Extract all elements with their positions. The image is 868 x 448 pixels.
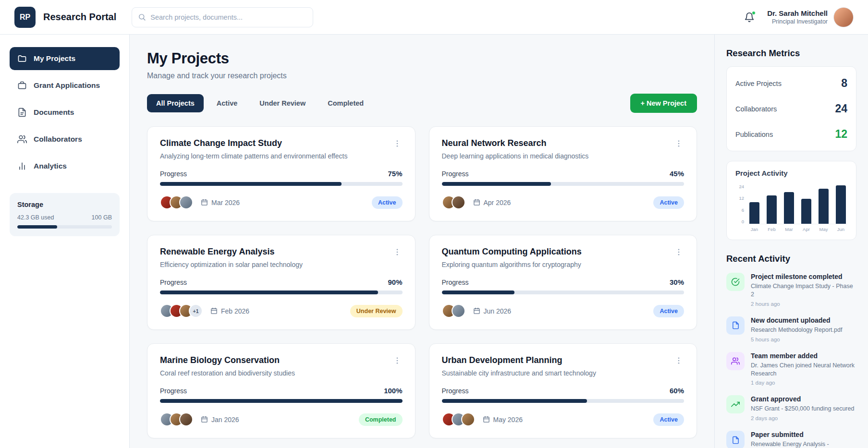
project-description: Coral reef restoration and biodiversity … xyxy=(160,369,403,377)
progress-fill xyxy=(160,399,403,403)
progress-bar xyxy=(160,399,403,403)
extra-members-badge: +1 xyxy=(189,304,203,318)
status-badge: Active xyxy=(653,196,684,209)
sidebar-item-documents[interactable]: Documents xyxy=(10,101,120,124)
page-title: My Projects xyxy=(147,50,697,67)
project-menu-button[interactable] xyxy=(392,355,403,366)
project-card: Climate Change Impact Study Analyzing lo… xyxy=(147,126,416,221)
activity-item: New document uploaded Research Methodolo… xyxy=(726,316,856,342)
check-circle-icon xyxy=(726,273,745,291)
activity-item-title: New document uploaded xyxy=(751,316,842,324)
project-description: Exploring quantum algorithms for cryptog… xyxy=(442,261,685,268)
project-date: Apr 2026 xyxy=(473,199,511,206)
chart-x-label: May xyxy=(817,227,830,232)
new-project-button[interactable]: + New Project xyxy=(630,94,697,113)
activity-item-description: Renewable Energy Analysis - xyxy=(751,440,829,448)
activity-chart: 241260 JanFebMarAprMayJun xyxy=(735,184,847,232)
project-menu-button[interactable] xyxy=(673,138,684,149)
progress-value: 45% xyxy=(670,170,684,178)
progress-fill xyxy=(160,291,378,294)
project-description: Deep learning applications in medical di… xyxy=(442,152,685,160)
activity-item-description: Research Methodology Report.pdf xyxy=(751,326,842,334)
project-date: Jan 2026 xyxy=(201,416,239,424)
chart-bar xyxy=(817,184,830,224)
chart-bars xyxy=(748,184,847,224)
chart-x-label: Mar xyxy=(782,227,795,232)
project-date: Mar 2026 xyxy=(201,199,240,206)
project-menu-button[interactable] xyxy=(392,247,403,257)
search-box[interactable] xyxy=(132,7,313,27)
chart-x-label: Jun xyxy=(834,227,847,232)
project-card: Neural Network Research Deep learning ap… xyxy=(429,126,697,221)
sidebar-item-collaborators[interactable]: Collaborators xyxy=(10,128,120,151)
chart-x-labels: JanFebMarAprMayJun xyxy=(748,227,847,232)
activity-item-title: Grant approved xyxy=(751,395,854,403)
sidebar-item-analytics[interactable]: Analytics xyxy=(10,155,120,178)
user-menu[interactable]: Dr. Sarah Mitchell Principal Investigato… xyxy=(767,7,854,27)
activity-item-title: Paper submitted xyxy=(751,431,829,438)
storage-title: Storage xyxy=(17,201,112,208)
progress-fill xyxy=(442,182,551,186)
member-avatars xyxy=(442,304,465,318)
search-input[interactable] xyxy=(150,13,307,21)
right-panel[interactable]: Research Metrics Active Projects 8 Colla… xyxy=(714,35,868,448)
chart-y-tick: 0 xyxy=(735,219,744,224)
tab-completed[interactable]: Completed xyxy=(318,94,373,112)
project-description: Analyzing long-term climate patterns and… xyxy=(160,152,403,160)
avatar xyxy=(452,195,465,209)
progress-label: Progress xyxy=(442,278,469,286)
main-content[interactable]: My Projects Manage and track your resear… xyxy=(130,35,714,448)
project-activity-card: Project Activity 241260 JanFebMarAprMayJ… xyxy=(726,161,856,240)
project-date: May 2026 xyxy=(483,416,523,424)
chart-y-tick: 24 xyxy=(735,184,744,189)
document-icon xyxy=(726,431,745,448)
chart-bar xyxy=(748,184,761,224)
project-date-text: Feb 2026 xyxy=(221,307,249,315)
notification-dot xyxy=(752,11,756,15)
progress-label: Progress xyxy=(442,387,469,395)
metric-row: Active Projects 8 xyxy=(735,71,847,96)
tab-under-review[interactable]: Under Review xyxy=(250,94,315,112)
activity-item-time: 2 hours ago xyxy=(751,301,856,307)
chart-x-label: Apr xyxy=(800,227,813,232)
tab-all-projects[interactable]: All Projects xyxy=(147,94,204,112)
project-date: Feb 2026 xyxy=(210,307,249,315)
status-badge: Active xyxy=(372,196,403,209)
activity-item-time: 5 hours ago xyxy=(751,337,842,342)
project-description: Efficiency optimization in solar panel t… xyxy=(160,261,403,268)
progress-fill xyxy=(160,182,342,186)
metric-label: Collaborators xyxy=(735,105,777,113)
bar-chart-icon xyxy=(17,161,27,171)
progress-value: 75% xyxy=(388,170,402,178)
sidebar-item-grant-applications[interactable]: Grant Applications xyxy=(10,74,120,97)
user-avatar[interactable] xyxy=(833,7,854,27)
project-date-text: Apr 2026 xyxy=(484,199,511,206)
kebab-icon xyxy=(393,139,402,148)
tab-active[interactable]: Active xyxy=(208,94,247,112)
trending-up-icon xyxy=(726,395,745,413)
project-date-text: Jan 2026 xyxy=(211,416,239,424)
project-menu-button[interactable] xyxy=(673,355,684,366)
progress-bar xyxy=(160,182,403,186)
project-description: Sustainable city infrastructure and smar… xyxy=(442,369,685,377)
document-icon xyxy=(726,316,745,335)
sidebar-item-my-projects[interactable]: My Projects xyxy=(10,47,120,70)
calendar-icon xyxy=(201,199,208,206)
calendar-icon xyxy=(483,416,490,423)
notifications-button[interactable] xyxy=(744,12,755,23)
project-menu-button[interactable] xyxy=(673,247,684,257)
progress-value: 90% xyxy=(388,278,402,286)
chart-bar xyxy=(765,184,778,224)
metric-label: Publications xyxy=(735,131,773,138)
chart-x-label: Jan xyxy=(748,227,761,232)
users-icon xyxy=(726,352,745,370)
metrics-title: Research Metrics xyxy=(726,48,856,59)
project-title: Urban Development Planning xyxy=(442,355,562,365)
calendar-icon xyxy=(473,199,480,206)
activity-item-description: NSF Grant - $250,000 funding secured xyxy=(751,405,854,413)
recent-activity-title: Recent Activity xyxy=(726,254,856,264)
project-menu-button[interactable] xyxy=(392,138,403,149)
metric-row: Publications 12 xyxy=(735,121,847,147)
progress-bar xyxy=(442,182,685,186)
metric-value: 8 xyxy=(841,77,847,90)
